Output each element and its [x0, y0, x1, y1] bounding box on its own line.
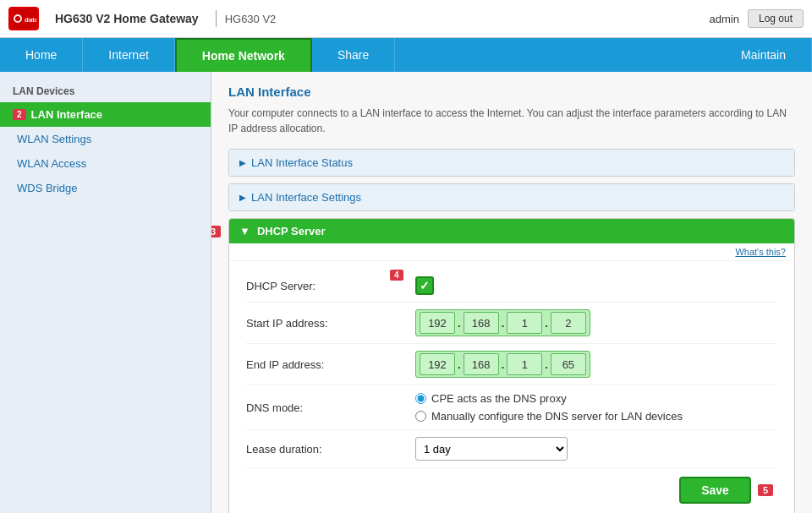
dhcp-section: 3 ▼ DHCP Server What's this? DHCP Server…: [228, 218, 795, 513]
dns-cpe-proxy-option[interactable]: CPE acts as the DNS proxy: [415, 392, 683, 405]
checkmark-icon: ✓: [420, 279, 430, 292]
dhcp-header[interactable]: 3 ▼ DHCP Server: [229, 219, 794, 243]
start-ip-label: Start IP address:: [246, 317, 415, 330]
start-ip-octet-2[interactable]: [464, 312, 499, 334]
header-title: HG630 V2 Home Gateway: [55, 12, 199, 25]
main-layout: LAN Devices 2 LAN Interface WLAN Setting…: [0, 72, 812, 513]
checkbox-badge-4: 4: [390, 270, 403, 281]
sidebar-item-wlan-settings[interactable]: WLAN Settings: [0, 127, 211, 151]
lease-duration-row: Lease duration: 1 day 12 hours 6 hours 1…: [246, 430, 777, 468]
save-button[interactable]: Save: [679, 477, 751, 504]
dhcp-badge-3: 3: [211, 226, 221, 237]
start-ip-group: . . .: [415, 309, 590, 336]
header-model: HG630 V2: [225, 13, 277, 25]
start-ip-octet-3[interactable]: [507, 312, 542, 334]
admin-label: admin: [710, 13, 739, 25]
dhcp-form: DHCP Server: 4 ✓ Start IP address:: [229, 261, 794, 513]
header-divider: [216, 10, 217, 27]
dns-mode-control: CPE acts as the DNS proxy Manually confi…: [415, 392, 683, 423]
dns-manual-label: Manually configure the DNS server for LA…: [431, 410, 683, 423]
lease-duration-control: 1 day 12 hours 6 hours 1 hour 30 minutes: [415, 437, 568, 461]
nav-internet[interactable]: Internet: [83, 38, 174, 72]
end-ip-octet-3[interactable]: [507, 353, 542, 375]
dhcp-header-label: DHCP Server: [257, 225, 326, 237]
header-right: admin Log out: [710, 9, 804, 28]
dhcp-server-row: DHCP Server: 4 ✓: [246, 270, 777, 303]
svg-text:data: data: [25, 16, 36, 24]
start-ip-octet-1[interactable]: [420, 312, 455, 334]
dns-mode-label: DNS mode:: [246, 401, 415, 414]
section-title: LAN Interface: [228, 85, 795, 99]
header: data HG630 V2 Home Gateway HG630 V2 admi…: [0, 0, 812, 38]
save-area: Save 5: [246, 468, 777, 512]
sidebar-badge-2: 2: [13, 109, 26, 120]
start-ip-control: . . .: [415, 309, 590, 336]
logout-button[interactable]: Log out: [748, 9, 804, 28]
dns-mode-row: DNS mode: CPE acts as the DNS proxy Manu…: [246, 385, 777, 430]
logo: data: [8, 7, 42, 30]
whats-this-link[interactable]: What's this?: [229, 243, 794, 261]
sidebar: LAN Devices 2 LAN Interface WLAN Setting…: [0, 72, 211, 513]
end-ip-group: . . .: [415, 351, 590, 378]
end-ip-row: End IP address: . . .: [246, 344, 777, 385]
dns-manual-radio[interactable]: [415, 411, 426, 422]
end-ip-control: . . .: [415, 351, 590, 378]
end-ip-octet-2[interactable]: [464, 353, 499, 375]
save-badge-5: 5: [758, 484, 773, 496]
sidebar-item-lan-interface[interactable]: 2 LAN Interface: [0, 102, 211, 127]
dns-cpe-proxy-label: CPE acts as the DNS proxy: [431, 392, 567, 405]
sidebar-section-label: LAN Devices: [0, 80, 211, 102]
sidebar-item-wds-bridge[interactable]: WDS Bridge: [0, 176, 211, 200]
start-ip-octet-4[interactable]: [551, 312, 586, 334]
nav-home[interactable]: Home: [0, 38, 83, 72]
dhcp-server-control: 4 ✓: [415, 276, 434, 295]
logo-icon: data: [8, 7, 39, 30]
dns-radio-group: CPE acts as the DNS proxy Manually confi…: [415, 392, 683, 423]
dns-manual-option[interactable]: Manually configure the DNS server for LA…: [415, 410, 683, 423]
content-area: LAN Interface Your computer connects to …: [211, 72, 812, 513]
end-ip-octet-1[interactable]: [420, 353, 455, 375]
accordion-lan-settings-label: LAN Interface Settings: [251, 191, 361, 204]
nav-maintain[interactable]: Maintain: [716, 38, 812, 72]
sidebar-item-wlan-access[interactable]: WLAN Access: [0, 151, 211, 176]
start-ip-row: Start IP address: . . .: [246, 303, 777, 344]
end-ip-label: End IP address:: [246, 358, 415, 371]
accordion-lan-settings: ▶ LAN Interface Settings: [228, 183, 795, 211]
chevron-right-icon: ▶: [239, 158, 246, 167]
dns-cpe-proxy-radio[interactable]: [415, 393, 426, 404]
dhcp-server-label: DHCP Server:: [246, 280, 415, 292]
end-ip-octet-4[interactable]: [551, 353, 586, 375]
accordion-lan-status: ▶ LAN Interface Status: [228, 149, 795, 177]
section-desc: Your computer connects to a LAN interfac…: [228, 106, 795, 136]
navbar: Home Internet Home Network Share Maintai…: [0, 38, 812, 72]
chevron-right-icon-2: ▶: [239, 193, 246, 202]
accordion-lan-status-label: LAN Interface Status: [251, 156, 353, 169]
nav-home-network[interactable]: Home Network: [175, 38, 312, 72]
nav-share[interactable]: Share: [312, 38, 395, 72]
accordion-lan-status-header[interactable]: ▶ LAN Interface Status: [229, 150, 794, 176]
dhcp-server-checkbox[interactable]: 4 ✓: [415, 276, 434, 295]
lease-duration-select[interactable]: 1 day 12 hours 6 hours 1 hour 30 minutes: [415, 437, 568, 461]
lease-duration-label: Lease duration:: [246, 443, 415, 456]
accordion-lan-settings-header[interactable]: ▶ LAN Interface Settings: [229, 184, 794, 210]
chevron-down-icon: ▼: [239, 225, 250, 237]
svg-point-2: [15, 16, 20, 21]
